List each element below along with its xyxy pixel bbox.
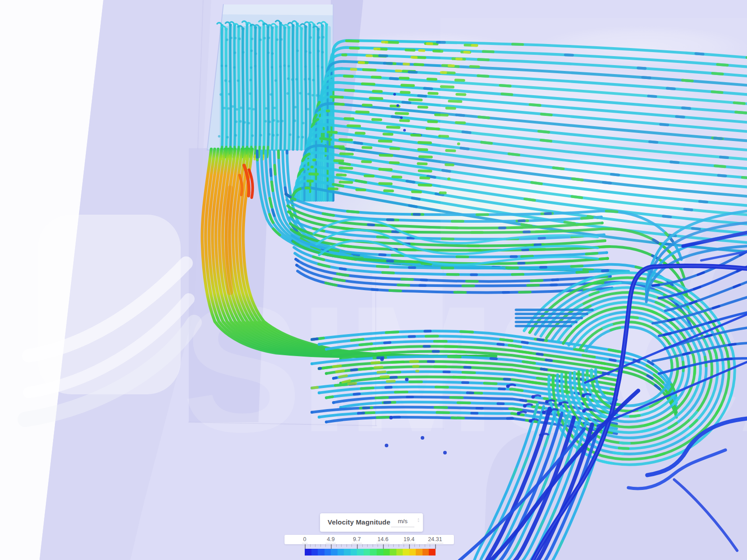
field-name-label: Velocity Magnitude	[328, 518, 390, 526]
colorbar-segment	[409, 549, 416, 556]
streamline-render-canvas[interactable]: SIMSCALE	[0, 0, 747, 560]
colorbar-segment	[331, 549, 338, 556]
colorbar-segment	[357, 549, 364, 556]
colorbar-segment	[344, 549, 351, 556]
colorbar-segment	[325, 549, 331, 556]
colorbar-segment	[416, 549, 422, 556]
scale-tick-label[interactable]: 19.4	[402, 536, 416, 543]
colorbar-segment	[429, 549, 436, 556]
scale-tick-label[interactable]: 0	[302, 536, 308, 543]
scale-tick-label[interactable]: 4.9	[325, 536, 336, 543]
lighting-overlay	[440, 18, 747, 243]
unit-spinner-icon[interactable]: ▲▼	[417, 517, 420, 523]
colorbar-segment	[396, 549, 403, 556]
colorbar-segment	[377, 549, 383, 556]
colorbar-segment	[364, 549, 370, 556]
scale-tick-label[interactable]: 9.7	[351, 536, 362, 543]
cfd-viewport[interactable]: SIMSCALE Velocity Magnitude m/s ▲▼ 04.99…	[0, 0, 747, 560]
colorbar-segment	[351, 549, 357, 556]
colorbar-segment	[390, 549, 396, 556]
colorbar-scale: 04.99.714.619.424.31	[285, 535, 454, 544]
unit-input[interactable]: m/s	[391, 518, 414, 527]
colorbar-segment	[318, 549, 325, 556]
scale-tick-label[interactable]: 14.6	[376, 536, 390, 543]
colorbar-segment	[311, 549, 318, 556]
result-field-selector[interactable]: Velocity Magnitude m/s ▲▼	[320, 513, 423, 532]
colorbar-segment	[422, 549, 429, 556]
colorbar-segment	[403, 549, 409, 556]
colorbar-tick-ruler	[305, 544, 436, 549]
colorbar-segment	[305, 549, 311, 556]
colorbar-segment	[370, 549, 377, 556]
scale-tick-label[interactable]: 24.31	[427, 536, 443, 543]
colorbar-gradient	[305, 549, 436, 556]
colorbar-segment	[383, 549, 390, 556]
colorbar-segment	[338, 549, 344, 556]
